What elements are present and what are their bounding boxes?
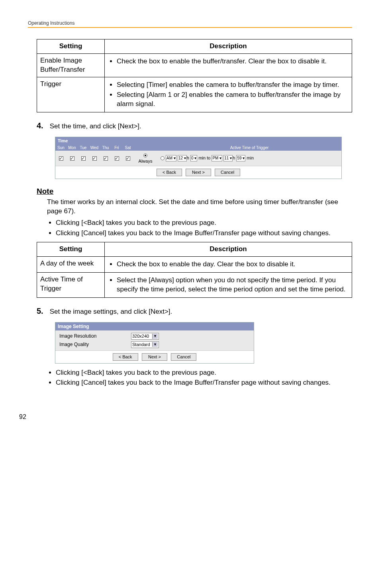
settings-table-2: Setting Description A day of the week Ch… xyxy=(37,242,352,298)
day-head: Mon xyxy=(67,145,78,151)
page-number: 92 xyxy=(19,413,26,421)
image-setting-panel: Image Setting Image Resolution 320x240▼ … xyxy=(55,322,254,364)
button-row: < Back Next > Cancel xyxy=(55,350,254,363)
table-row: Trigger Selecting [Timer] enables the ca… xyxy=(37,77,352,112)
day-head: Fri xyxy=(111,145,122,151)
hour-select-2[interactable]: 11 ▾ xyxy=(223,155,233,161)
step-number: 5. xyxy=(37,306,48,317)
h-label: h xyxy=(233,155,235,160)
back-button[interactable]: < Back xyxy=(157,169,182,176)
period-radio[interactable] xyxy=(161,156,165,160)
day-checkbox-mon[interactable] xyxy=(70,156,74,161)
day-head: Sun xyxy=(55,145,67,151)
list-item: Clicking [<Back] takes you back to the p… xyxy=(56,368,352,378)
day-checkbox-sat[interactable] xyxy=(126,156,130,161)
cell-setting: Active Time of Trigger xyxy=(37,272,105,297)
note-bullet: Clicking [Cancel] takes you back to the … xyxy=(56,229,352,238)
time-panel: Time Sun Mon Tue Wed Thu Fri Sat Active … xyxy=(55,137,342,179)
cell-desc: Check the box to enable the buffer/trans… xyxy=(105,54,352,77)
step-number: 4. xyxy=(37,120,48,131)
image-resolution-select[interactable]: 320x240▼ xyxy=(131,333,159,340)
min-select-1[interactable]: 0 ▾ xyxy=(190,155,197,161)
step-5: 5. Set the image settings, and click [Ne… xyxy=(37,306,352,317)
desc-item: Selecting [Timer] enables the camera to … xyxy=(117,81,349,90)
desc-item: Check the box to enable the day. Clear t… xyxy=(117,260,349,269)
day-head: Sat xyxy=(122,145,133,151)
day-checkbox-wed[interactable] xyxy=(92,156,97,161)
panel-title: Image Setting xyxy=(55,323,254,330)
cell-setting: Enable Image Buffer/Transfer xyxy=(37,54,105,77)
panel-title: Time xyxy=(55,137,341,145)
image-quality-select[interactable]: Standard▼ xyxy=(131,341,159,348)
ampm-select-1[interactable]: AM ▾ xyxy=(166,155,176,161)
list-item: Clicking [Cancel] takes you back to the … xyxy=(56,378,352,387)
image-quality-label: Image Quality xyxy=(59,341,131,348)
after-image-list: Clicking [<Back] takes you back to the p… xyxy=(47,368,352,388)
day-head: Wed xyxy=(89,145,100,151)
cell-desc: Select the [Always] option when you do n… xyxy=(105,272,352,297)
chevron-down-icon: ▼ xyxy=(152,342,158,347)
days-value-row: Always AM ▾ 12 ▾h 0 ▾ min to PM ▾ 11 ▾h … xyxy=(55,151,341,166)
day-head: Tue xyxy=(78,145,89,151)
table-row: Active Time of Trigger Select the [Alway… xyxy=(37,272,352,297)
hour-select-1[interactable]: 12 ▾ xyxy=(178,155,187,161)
page-header: Operating Instructions xyxy=(28,20,352,28)
note-heading: Note xyxy=(37,186,352,197)
desc-item: Check the box to enable the buffer/trans… xyxy=(117,57,349,66)
note-body: The timer works by an internal clock. Se… xyxy=(47,198,352,238)
active-time-header: Active Time of Trigger xyxy=(157,145,341,151)
th-description: Description xyxy=(105,242,352,257)
th-description: Description xyxy=(105,39,352,54)
chevron-down-icon: ▼ xyxy=(152,334,158,338)
settings-table-1: Setting Description Enable Image Buffer/… xyxy=(37,39,352,112)
cell-setting: Trigger xyxy=(37,77,105,112)
table-row: A day of the week Check the box to enabl… xyxy=(37,257,352,273)
always-radio[interactable] xyxy=(143,153,147,157)
h-label: h xyxy=(187,155,189,160)
button-row: < Back Next > Cancel xyxy=(55,166,341,179)
day-checkbox-fri[interactable] xyxy=(115,156,119,161)
table-row: Enable Image Buffer/Transfer Check the b… xyxy=(37,54,352,77)
cell-desc: Selecting [Timer] enables the camera to … xyxy=(105,77,352,112)
note-paragraph: The timer works by an internal clock. Se… xyxy=(47,198,338,215)
day-head: Thu xyxy=(100,145,111,151)
day-checkbox-tue[interactable] xyxy=(81,156,86,161)
desc-item: Select the [Always] option when you do n… xyxy=(117,276,349,294)
note-bullet: Clicking [<Back] takes you back to the p… xyxy=(56,218,352,228)
cancel-button[interactable]: Cancel xyxy=(215,169,240,176)
min-end-label: min xyxy=(247,155,254,160)
ampm-select-2[interactable]: PM ▾ xyxy=(212,155,222,161)
step-4: 4. Set the time, and click [Next>]. xyxy=(37,120,352,131)
th-setting: Setting xyxy=(37,242,105,257)
image-resolution-label: Image Resolution xyxy=(59,333,131,339)
next-button[interactable]: Next > xyxy=(186,169,211,176)
day-checkbox-sun[interactable] xyxy=(59,156,63,161)
th-setting: Setting xyxy=(37,39,105,54)
days-header-row: Sun Mon Tue Wed Thu Fri Sat Active Time … xyxy=(55,145,341,151)
min-to-label: min to xyxy=(198,155,210,160)
next-button[interactable]: Next > xyxy=(142,353,167,361)
always-label: Always xyxy=(139,159,153,163)
desc-item: Selecting [Alarm 1 or 2] enables the cam… xyxy=(117,90,349,109)
day-checkbox-thu[interactable] xyxy=(104,156,108,161)
cancel-button[interactable]: Cancel xyxy=(171,353,196,361)
cell-desc: Check the box to enable the day. Clear t… xyxy=(105,257,352,273)
step-text: Set the image settings, and click [Next>… xyxy=(50,308,172,315)
back-button[interactable]: < Back xyxy=(113,353,138,361)
cell-setting: A day of the week xyxy=(37,257,105,273)
step-text: Set the time, and click [Next>]. xyxy=(50,122,141,130)
min-select-2[interactable]: 59 ▾ xyxy=(236,155,245,161)
